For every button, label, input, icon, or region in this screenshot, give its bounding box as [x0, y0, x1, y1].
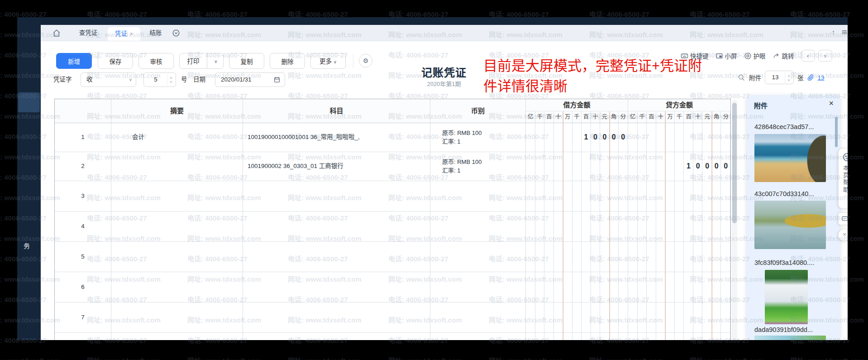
debit-cell[interactable] [526, 152, 628, 181]
copy-button[interactable]: 复制 [229, 53, 264, 69]
summary-cell[interactable] [111, 181, 243, 211]
debit-cell[interactable] [526, 272, 628, 302]
credit-cell[interactable]: 10000 [628, 152, 730, 181]
watermark-text: 网址: www.tdxsoft.com [187, 355, 261, 360]
print-dropdown-icon[interactable]: ∨ [209, 53, 223, 69]
step-up-icon[interactable]: ∧ [787, 74, 790, 78]
jump-button[interactable]: 跳转 [773, 51, 794, 60]
credit-cell[interactable] [628, 272, 730, 302]
credit-cell[interactable] [628, 241, 730, 272]
debit-cell[interactable] [526, 332, 628, 340]
print-split-button[interactable]: 打印 ∨ [179, 53, 224, 69]
debit-cell[interactable] [526, 241, 628, 272]
credit-cell[interactable] [628, 332, 730, 340]
currency-cell[interactable] [430, 181, 526, 211]
more-button[interactable]: 更多 ∨ [310, 53, 346, 69]
attachment-link[interactable]: 13 [818, 74, 825, 81]
account-cell[interactable] [243, 181, 430, 211]
date-field[interactable]: 2020/01/31 [215, 72, 285, 87]
attachment-thumbnail[interactable] [754, 201, 826, 249]
home-icon[interactable] [52, 29, 61, 37]
page-title: 记账凭证 [399, 64, 489, 80]
new-button[interactable]: 新增 [56, 53, 92, 69]
account-cell[interactable] [243, 211, 430, 241]
next-voucher-button[interactable]: › [818, 50, 832, 62]
step-down-icon[interactable]: ∨ [170, 80, 172, 84]
summary-cell[interactable] [111, 332, 243, 340]
summary-cell[interactable] [111, 302, 243, 332]
calendar-icon[interactable] [273, 76, 281, 83]
attachment-thumbnail[interactable] [754, 134, 826, 182]
attachment-thumbnail[interactable] [754, 336, 826, 340]
left-nav-selected-item[interactable] [18, 92, 40, 112]
credit-cell[interactable] [628, 181, 730, 211]
save-button[interactable]: 保存 [98, 53, 133, 69]
assistant-icon[interactable] [842, 152, 848, 162]
stepper-arrows-icon[interactable]: ∧∨ [167, 74, 175, 86]
panel-scrollbar-thumb[interactable] [835, 117, 838, 147]
currency-cell[interactable] [430, 241, 526, 272]
tab-history-icon[interactable] [172, 29, 180, 37]
attachment-filename[interactable]: dada90391bf09dd... [754, 326, 813, 333]
attachment-filename[interactable]: 3fc83f09f3a14080.... [754, 259, 814, 266]
digit [628, 152, 638, 181]
credit-cell[interactable] [628, 123, 730, 152]
currency-cell[interactable]: 原币: RMB 100汇率: 1 [430, 152, 526, 181]
currency-cell[interactable] [430, 272, 526, 302]
eye-care-button[interactable]: 护眼 [744, 51, 766, 60]
account-cell[interactable]: 100190000100001001 36_常用_啦啦啦_, [243, 123, 430, 152]
feedback-button[interactable] [838, 212, 848, 225]
account-cell[interactable] [243, 241, 430, 272]
step-up-icon[interactable]: ∧ [170, 76, 172, 80]
summary-cell[interactable] [111, 152, 243, 181]
account-cell[interactable] [243, 332, 430, 340]
summary-cell[interactable]: 会计 [111, 123, 243, 152]
attachment-count-stepper[interactable]: 13 ∧∨ [765, 71, 794, 84]
summary-cell[interactable] [111, 272, 243, 302]
attachment-filename[interactable]: 43c007c70d33140... [754, 190, 814, 197]
currency-cell[interactable] [430, 211, 526, 241]
account-cell[interactable] [243, 302, 430, 332]
small-screen-button[interactable]: 小屏 [715, 51, 737, 60]
tab-close-icon[interactable]: × [130, 31, 133, 37]
close-icon[interactable]: × [829, 99, 834, 108]
debit-cell[interactable]: 10000 [526, 123, 628, 152]
debit-cell[interactable] [526, 211, 628, 241]
help-flyout[interactable]: 本页帮助 [838, 148, 848, 209]
audit-button[interactable]: 审核 [138, 53, 174, 69]
tab-check-voucher[interactable]: 查凭证 [72, 25, 104, 41]
attachment-thumbnail[interactable] [765, 270, 808, 324]
paperclip-icon[interactable] [807, 74, 814, 81]
close-helper-button[interactable]: × [838, 229, 848, 241]
stepper-arrows-icon[interactable]: ∧∨ [785, 72, 792, 84]
voucher-word-select[interactable]: 收 ∨ [81, 72, 136, 87]
account-cell[interactable] [243, 272, 430, 302]
tab-voucher[interactable]: 凭证× [108, 27, 140, 41]
search-icon[interactable] [738, 74, 745, 82]
watermark-text: 网址: www.tdxsoft.com [288, 355, 362, 360]
tab-closing[interactable]: 结账 [144, 25, 167, 41]
account-cell[interactable]: 1001900002 36_0303_01 工商银行 [243, 152, 430, 181]
summary-cell[interactable] [111, 241, 243, 272]
scroll-top-icon[interactable]: ↑ [832, 29, 840, 37]
voucher-number-stepper[interactable]: 5 ∧∨ [143, 72, 176, 87]
summary-cell[interactable] [111, 211, 243, 241]
row-number: 5 [55, 241, 111, 272]
credit-cell[interactable] [628, 302, 730, 332]
currency-cell[interactable]: 原币: RMB 100汇率: 1 [430, 123, 526, 152]
debit-cell[interactable] [526, 181, 628, 211]
prev-voucher-button[interactable]: ‹ [801, 50, 815, 62]
settings-icon[interactable]: ⚙ [359, 54, 372, 67]
step-down-icon[interactable]: ∨ [787, 78, 790, 82]
attachment-label: 附件 [749, 73, 761, 82]
table-scrollbar-thumb[interactable] [732, 103, 737, 223]
debit-cell[interactable] [526, 302, 628, 332]
currency-cell[interactable] [430, 332, 526, 340]
chevron-down-icon[interactable]: ∨ [129, 73, 132, 86]
tab-list-icon[interactable] [841, 29, 848, 37]
attachment-filename[interactable]: 428648cec73ad57... [754, 123, 814, 130]
currency-cell[interactable] [430, 302, 526, 332]
print-button[interactable]: 打印 [180, 53, 207, 69]
delete-button[interactable]: 删除 [270, 53, 305, 69]
credit-cell[interactable] [628, 211, 730, 241]
